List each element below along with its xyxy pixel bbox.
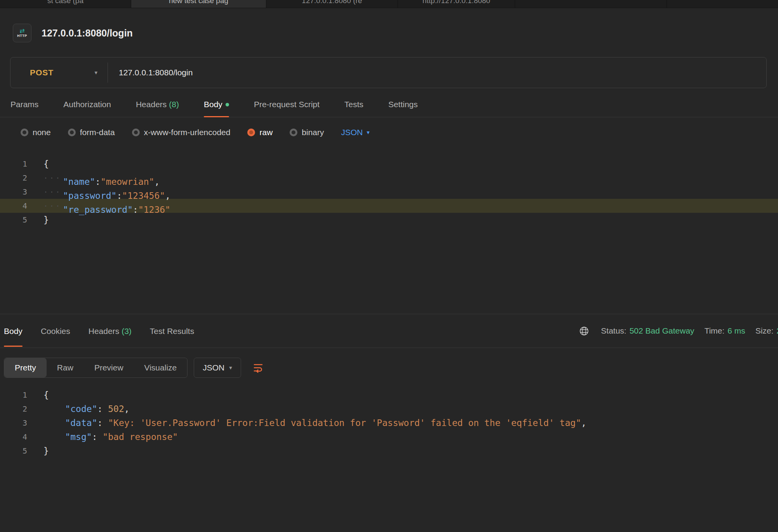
workspace-tab[interactable] — [515, 0, 667, 8]
line-number: 5 — [0, 213, 27, 227]
workspace-tab[interactable]: st case (pa — [0, 0, 131, 8]
response-tab-headers[interactable]: Headers(3) — [89, 315, 132, 347]
radio-none[interactable]: none — [21, 128, 51, 137]
radio-selected-icon — [247, 129, 255, 136]
workspace-tab-label: new test case pag — [169, 0, 228, 4]
tab-body[interactable]: Body — [204, 100, 229, 117]
response-metrics: Status: 502 Bad Gateway Time: 6 ms Size:… — [579, 326, 778, 336]
line-number: 5 — [0, 444, 27, 458]
response-tab-test-results[interactable]: Test Results — [150, 315, 194, 347]
json-brace: } — [43, 446, 49, 456]
workspace-tab[interactable]: http://127.0.0.1:8080 — [398, 0, 515, 8]
view-raw[interactable]: Raw — [47, 358, 84, 377]
json-number: 502 — [108, 404, 124, 414]
radio-icon — [290, 129, 297, 136]
tab-label: Body — [4, 327, 23, 336]
size-badge: Size: 2 — [755, 326, 778, 336]
status-label: Status: — [601, 326, 626, 336]
tab-label: Headers — [136, 100, 167, 109]
response-body-viewer[interactable]: 1 { 2 "code": 502, 3 "data": "Key: 'User… — [0, 388, 778, 458]
tab-label: Headers — [89, 327, 119, 336]
json-brace: { — [43, 159, 49, 169]
postman-app-window: st case (pa new test case pag 127.0.0.1:… — [0, 0, 778, 532]
indent — [43, 418, 65, 428]
json-key: "code" — [65, 404, 97, 414]
workspace-tab-active[interactable]: new test case pag — [131, 0, 266, 8]
request-title: 127.0.0.1:8080/login — [42, 28, 133, 39]
radio-label: none — [33, 128, 51, 137]
json-colon: : — [97, 418, 108, 428]
indent — [43, 432, 65, 442]
workspace-tab[interactable]: 127.0.0.1:8080 (re — [266, 0, 398, 8]
tab-label: Pre-request Script — [254, 100, 320, 109]
request-url-bar: POST ▾ 127.0.0.1:8080/login — [10, 57, 767, 88]
radio-form-data[interactable]: form-data — [68, 128, 115, 137]
view-label: Pretty — [15, 363, 36, 372]
radio-icon — [21, 129, 28, 136]
tab-label: Params — [10, 100, 38, 109]
json-key: "data" — [65, 418, 97, 428]
line-number: 3 — [0, 416, 27, 430]
tab-label: Test Results — [150, 327, 194, 336]
json-key: "re_password" — [63, 205, 133, 215]
workspace-tab-strip-spacer — [667, 0, 778, 8]
wrap-text-button[interactable] — [248, 358, 268, 378]
code-line: 5 } — [0, 213, 778, 227]
wrap-text-icon — [252, 362, 264, 374]
code-line: 2 "code": 502, — [0, 402, 778, 416]
code-line: 1 { — [0, 157, 778, 171]
time-value: 6 ms — [728, 326, 745, 336]
network-globe-icon[interactable] — [579, 326, 589, 336]
tab-label: Cookies — [41, 327, 70, 336]
method-select[interactable]: POST ▾ — [10, 57, 108, 88]
code-line: 2 ···"name":"meowrian", — [0, 171, 778, 185]
radio-raw[interactable]: raw — [247, 128, 273, 137]
json-value: "1236" — [138, 205, 170, 215]
tab-label: Tests — [344, 100, 363, 109]
indent-guide: ··· — [43, 199, 63, 213]
indent-guide: ··· — [43, 171, 63, 185]
tab-label: Authorization — [63, 100, 111, 109]
size-value: 2 — [776, 326, 778, 336]
workspace-tab-label: 127.0.0.1:8080 (re — [302, 0, 362, 4]
tab-tests[interactable]: Tests — [344, 100, 363, 117]
view-pretty[interactable]: Pretty — [4, 358, 47, 377]
indent-guide: ··· — [43, 185, 63, 199]
code-line: 3 ···"password":"123456", — [0, 185, 778, 199]
body-format-select[interactable]: JSON ▾ — [341, 128, 370, 137]
radio-label: form-data — [80, 128, 115, 137]
status-value: 502 Bad Gateway — [629, 326, 694, 336]
tab-params[interactable]: Params — [10, 100, 38, 117]
json-colon: : — [133, 205, 138, 215]
tab-pre-request-script[interactable]: Pre-request Script — [254, 100, 320, 117]
body-filled-dot — [226, 103, 229, 106]
json-key: "msg" — [65, 432, 92, 442]
tab-headers[interactable]: Headers(8) — [136, 100, 179, 117]
request-body-editor[interactable]: 1 { 2 ···"name":"meowrian", 3 ···"passwo… — [0, 137, 778, 314]
view-visualize[interactable]: Visualize — [134, 358, 188, 377]
tab-authorization[interactable]: Authorization — [63, 100, 111, 117]
code-line-highlighted: 4 ···"re_password":"1236" — [0, 199, 778, 213]
url-input[interactable]: 127.0.0.1:8080/login — [119, 68, 193, 77]
json-value: "bad response" — [102, 432, 178, 442]
json-colon: : — [92, 432, 103, 442]
response-tab-cookies[interactable]: Cookies — [41, 315, 70, 347]
workspace-tab-label: st case (pa — [47, 0, 83, 4]
response-format-select[interactable]: JSON ▾ — [194, 358, 241, 378]
response-tabs: Body Cookies Headers(3) Test Results — [4, 314, 194, 348]
http-arrows-icon: ⇄ — [19, 28, 24, 34]
headers-count-badge: (8) — [169, 100, 179, 109]
tab-settings[interactable]: Settings — [388, 100, 418, 117]
chevron-down-icon: ▾ — [229, 364, 232, 371]
response-format-label: JSON — [203, 363, 224, 372]
view-label: Raw — [57, 363, 73, 372]
body-format-label: JSON — [341, 128, 363, 137]
method-label: POST — [30, 68, 54, 77]
response-tab-body[interactable]: Body — [4, 315, 23, 347]
radio-binary[interactable]: binary — [290, 128, 324, 137]
line-number: 1 — [0, 388, 27, 402]
indent — [43, 404, 65, 414]
response-header: Body Cookies Headers(3) Test Results Sta… — [0, 314, 778, 348]
view-preview[interactable]: Preview — [84, 358, 134, 377]
radio-x-www-form-urlencoded[interactable]: x-www-form-urlencoded — [132, 128, 231, 137]
